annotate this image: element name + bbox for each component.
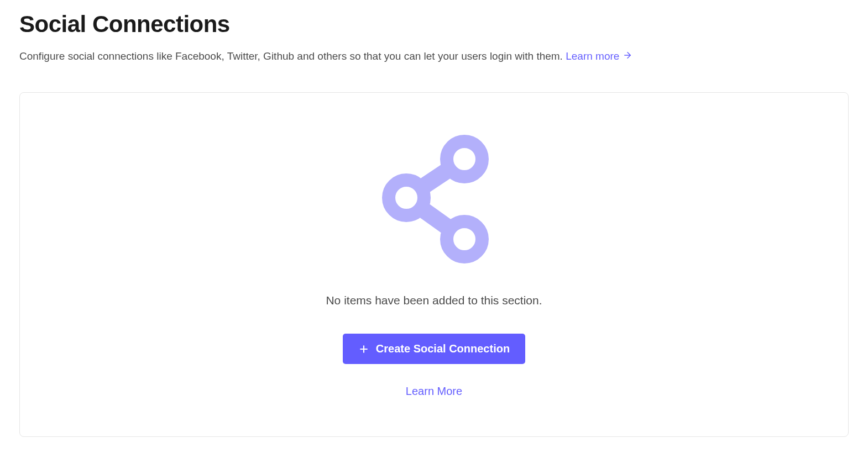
share-icon-container (42, 131, 826, 266)
empty-state-card: No items have been added to this section… (19, 92, 849, 437)
create-button-label: Create Social Connection (376, 342, 510, 355)
plus-icon (358, 344, 369, 355)
learn-more-link[interactable]: Learn more (566, 50, 632, 62)
description-text: Configure social connections like Facebo… (19, 50, 566, 62)
share-icon (370, 131, 498, 266)
create-social-connection-button[interactable]: Create Social Connection (343, 334, 525, 364)
page-description: Configure social connections like Facebo… (19, 49, 849, 65)
svg-point-3 (447, 141, 482, 177)
arrow-right-icon (623, 49, 632, 65)
empty-state-message: No items have been added to this section… (42, 294, 826, 307)
svg-point-4 (389, 180, 424, 215)
svg-point-5 (447, 222, 482, 257)
learn-more-text: Learn more (566, 50, 619, 62)
learn-more-bottom-link[interactable]: Learn More (42, 385, 826, 398)
page-title: Social Connections (19, 11, 849, 38)
